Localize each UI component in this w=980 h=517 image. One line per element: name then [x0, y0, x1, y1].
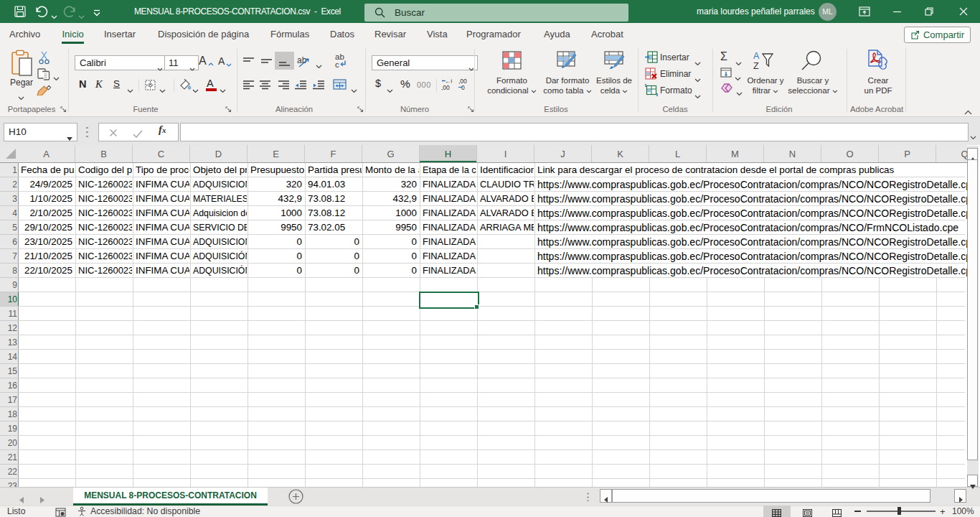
svg-text:c: c [335, 60, 339, 68]
svg-text:Z: Z [753, 61, 759, 71]
svg-text:A: A [753, 51, 760, 61]
svg-text:,00: ,00 [441, 84, 450, 90]
